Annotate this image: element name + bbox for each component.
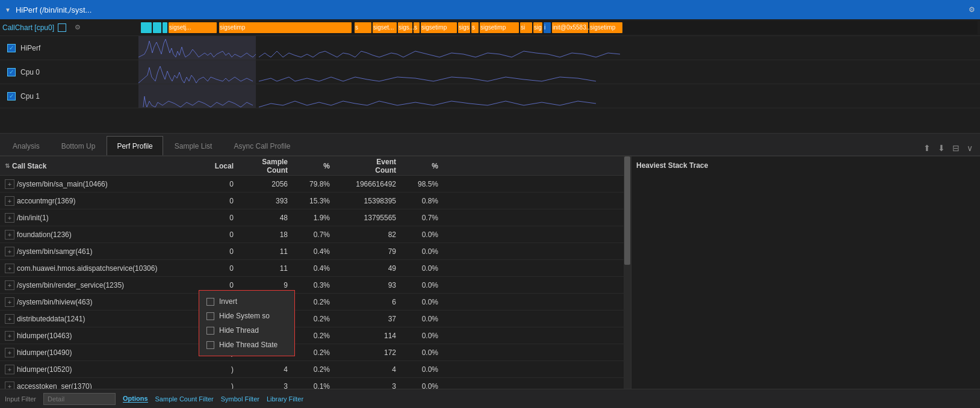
table-row[interactable]: +/system/bin/render_service(1235) 0 9 0.… [0, 277, 624, 294]
expand-row-icon[interactable]: + [5, 179, 14, 189]
cpu0-track-name: Cpu 0 [20, 68, 40, 76]
table-row[interactable]: +hidumper(10463) ) 4 0.2% 114 0.0% [0, 327, 624, 344]
svg-text:sigsetimp: sigsetimp [421, 24, 447, 31]
tab-asynccall[interactable]: Async Call Profile [223, 136, 300, 155]
tab-bottomup[interactable]: Bottom Up [51, 136, 106, 155]
menu-label-hide-thread-state: Hide Thread State [219, 341, 278, 349]
table-row[interactable]: +foundation(1236) 0 18 0.7% 82 0.0% [0, 226, 624, 243]
event-count-label: EventCount [375, 158, 396, 175]
scrollbar-thumb[interactable] [624, 156, 630, 265]
table-row[interactable]: +/system/bin/hiview(463) 0 6 0.2% 6 0.0% [0, 294, 624, 311]
table-row[interactable]: +distributeddata(1241) ) 4 0.2% 37 0.0% [0, 311, 624, 327]
cpu1-canvas [138, 84, 980, 108]
table-row[interactable]: +accountmgr(1369) 0 393 15.3% 15398395 0… [0, 193, 624, 209]
settings-icon[interactable]: ⚙ [969, 5, 975, 14]
hiyperf-checkbox[interactable]: ✓ [7, 44, 16, 52]
svg-rect-35 [138, 84, 256, 108]
callchart-checkbox[interactable] [58, 23, 66, 32]
expand-row-icon[interactable]: + [5, 365, 14, 374]
symbol-filter-link[interactable]: Symbol Filter [221, 395, 259, 403]
expand-row-icon[interactable]: + [5, 247, 14, 256]
callchart-label: CallChart [cpu0] ⚙ [2, 23, 141, 32]
import-icon[interactable]: ⬇ [935, 141, 947, 155]
menu-item-hide-thread-state[interactable]: Hide Thread State [199, 338, 294, 352]
export-icon[interactable]: ⬆ [921, 141, 933, 155]
svg-text:sigsetj...: sigsetj... [169, 24, 191, 31]
sort-arrow-icon: ⇅ [5, 162, 10, 169]
expand-row-icon[interactable]: + [5, 230, 14, 240]
expand-row-icon[interactable]: + [5, 264, 14, 273]
svg-text:si: si [521, 24, 525, 31]
svg-text:s: s [355, 24, 358, 31]
table-row[interactable]: +hidumper(10520) ) 4 0.2% 4 0.0% [0, 361, 624, 378]
col-header-pct1[interactable]: % [295, 162, 337, 170]
svg-text:sigset...: sigset... [373, 24, 394, 31]
menu-item-invert[interactable]: Invert [199, 294, 294, 309]
tab-analysis[interactable]: Analysis [2, 136, 50, 155]
svg-text:i: i [544, 24, 545, 31]
tab-perfprofile[interactable]: Perf Profile [107, 136, 163, 155]
menu-label-invert: Invert [219, 297, 237, 306]
expand-icon[interactable]: ∨ [964, 141, 975, 155]
expand-row-icon[interactable]: + [5, 314, 14, 324]
input-filter-label: Input Filter [5, 395, 36, 403]
callchart-gear-icon[interactable]: ⚙ [75, 23, 81, 31]
table-row[interactable]: +hidumper(10490) ) 4 0.2% 172 0.0% [0, 344, 624, 361]
table-area: ⇅ Call Stack Local SampleCount % EventCo… [0, 156, 624, 389]
track-cpu0: ✓ Cpu 0 [0, 60, 980, 84]
menu-checkbox-hide-thread[interactable] [206, 327, 214, 335]
sample-count-label: SampleCount [262, 158, 288, 175]
col-header-callstack[interactable]: ⇅ Call Stack [0, 162, 193, 170]
callchart-title: CallChart [cpu0] [2, 23, 54, 32]
expand-row-icon[interactable]: + [5, 196, 14, 206]
expand-row-icon[interactable]: + [5, 382, 14, 389]
table-row[interactable]: +/bin/init(1) 0 48 1.9% 13795565 0.7% [0, 209, 624, 226]
title-bar: ▼ HiPerf (/bin/init,/syst... ⚙ [0, 0, 980, 19]
tabs-bar: Analysis Bottom Up Perf Profile Sample L… [0, 134, 980, 156]
expand-row-icon[interactable]: + [5, 348, 14, 357]
table-row[interactable]: +/system/bin/sa_main(10466) 0 2056 79.8%… [0, 176, 624, 193]
hiyperf-canvas [138, 36, 980, 60]
svg-text:sigsetimp: sigsetimp [220, 24, 246, 31]
expand-row-icon[interactable]: + [5, 331, 14, 341]
col-header-pct2[interactable]: % [403, 162, 445, 170]
table-row[interactable]: +accesstoken_ser(1370) ) 3 0.1% 3 0.0% [0, 378, 624, 389]
filter-icon[interactable]: ⊟ [950, 141, 962, 155]
options-link[interactable]: Options [123, 395, 148, 403]
cpu0-checkbox[interactable]: ✓ [7, 68, 16, 76]
svg-rect-34 [138, 60, 256, 84]
cpu1-track-name: Cpu 1 [20, 92, 40, 100]
svg-rect-2 [163, 22, 167, 33]
col-header-samplecount[interactable]: SampleCount [241, 158, 295, 175]
cpu1-checkbox[interactable]: ✓ [7, 92, 16, 100]
heaviest-stack-title: Heaviest Stack Trace [636, 161, 975, 170]
timeline-area: CallChart [cpu0] ⚙ sigsetj... sigsetimp … [0, 19, 980, 134]
svg-text:sigs: sigs [459, 24, 470, 31]
menu-item-hide-system-so[interactable]: Hide System so [199, 309, 294, 323]
vertical-scrollbar[interactable] [624, 156, 631, 389]
menu-checkbox-hide-system-so[interactable] [206, 312, 214, 320]
library-filter-link[interactable]: Library Filter [267, 395, 303, 403]
expand-row-icon[interactable]: + [5, 280, 14, 290]
expand-row-icon[interactable]: + [5, 297, 14, 307]
menu-label-hide-thread: Hide Thread [219, 326, 259, 335]
sample-count-filter-link[interactable]: Sample Count Filter [155, 395, 214, 403]
svg-text:sig: sig [534, 24, 542, 31]
menu-item-hide-thread[interactable]: Hide Thread [199, 323, 294, 338]
table-header: ⇅ Call Stack Local SampleCount % EventCo… [0, 156, 624, 176]
menu-checkbox-invert[interactable] [206, 298, 214, 306]
col-header-eventcount[interactable]: EventCount [337, 158, 403, 175]
input-filter-field[interactable] [43, 393, 116, 405]
menu-checkbox-hide-thread-state[interactable] [206, 341, 214, 349]
svg-text:init@0x5583...: init@0x5583... [553, 24, 591, 31]
table-row[interactable]: +com.huawei.hmos.aidispatchservice(10306… [0, 260, 624, 277]
svg-text:sigsetimp: sigsetimp [480, 24, 506, 31]
expand-row-icon[interactable]: + [5, 213, 14, 223]
callstack-header-label: Call Stack [12, 162, 46, 170]
heaviest-stack-panel: Heaviest Stack Trace [631, 156, 980, 389]
cpu1-label: ✓ Cpu 1 [0, 92, 138, 100]
tab-samplelist[interactable]: Sample List [164, 136, 223, 155]
cpu0-label: ✓ Cpu 0 [0, 68, 138, 76]
table-row[interactable]: +/system/bin/samgr(461) 0 11 0.4% 79 0.0… [0, 243, 624, 260]
col-header-local[interactable]: Local [193, 162, 241, 170]
